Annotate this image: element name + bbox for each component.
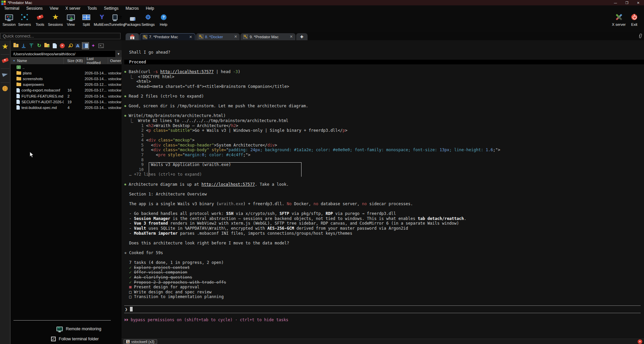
quick-connect-input[interactable] (0, 33, 121, 39)
send-plane-icon[interactable] (0, 72, 10, 76)
close-terminal-button[interactable]: ✕ (638, 339, 642, 344)
session-tab-label: vstockwell (x3) (131, 340, 154, 344)
file-row[interactable]: ↑.. (11, 64, 122, 70)
panel-toggle-icon[interactable] (82, 43, 89, 49)
file-name: config-export.mobaconf (21, 88, 60, 92)
new-tab-button[interactable]: ✚ (296, 33, 308, 40)
terminal-line: 7 tasks (4 done, 1 in progress, 2 open) (124, 260, 641, 265)
delete-icon[interactable]: ✕ (59, 43, 65, 49)
terminal-line: 1 <h2>Wraith Desktop — Architecture</h2> (124, 123, 641, 128)
file-browser-toolbar: ↑ ↓ ↑ ↻ + ✕ A ✦ >_ (11, 41, 122, 50)
terminal-pane[interactable]: Shall I go ahead? Proceed ⏺ Bash(curl -s… (122, 40, 644, 339)
globe-icon[interactable] (0, 86, 10, 91)
terminal-line (124, 64, 641, 69)
close-button[interactable]: ✕ (633, 0, 644, 5)
menu-settings[interactable]: Settings (104, 6, 119, 11)
toolbar-view-button[interactable]: View (63, 11, 79, 26)
upload-icon[interactable]: ↑ (28, 43, 35, 49)
tab-close-icon[interactable]: ✕ (234, 35, 237, 39)
file-row[interactable]: screenshots 2026-03-14... vstockw (11, 76, 122, 81)
tools-icon (35, 13, 45, 21)
terminal-line (124, 196, 641, 202)
toolbar-xserver-button[interactable]: X server (611, 11, 627, 26)
terminal-line: ⏺ Architecture diagram is up at http://l… (124, 182, 641, 187)
menu-view[interactable]: View (50, 6, 58, 11)
wand-icon[interactable]: ✦ (90, 43, 96, 49)
menu-terminal[interactable]: Terminal (4, 6, 19, 11)
home-tab[interactable] (126, 33, 139, 40)
column-header-modified[interactable]: Last modified (85, 57, 108, 64)
terminal-line: - Go backend handles all protocol work: … (124, 211, 641, 216)
file-row[interactable]: FUTURE-FEATURES.md 2 2026-03-14... vstoc… (11, 93, 122, 99)
toolbar-multiexec-button[interactable]: Y MultiExec (94, 11, 109, 26)
file-name: .. (22, 65, 25, 69)
bypass-permissions-status: ⏵⏵ bypass permissions on (shift+tab to c… (124, 318, 641, 322)
tab-7[interactable]: 7. *Predator Mac ✕ (140, 33, 195, 40)
terminal-line: 6 <div class="mockup-body" style="paddin… (124, 148, 641, 153)
file-owner: vstockw (108, 77, 122, 81)
prompt-input-box[interactable]: ❯ (124, 305, 641, 313)
toolbar-tools-button[interactable]: Tools (32, 11, 48, 26)
column-header-owner[interactable]: Owner (108, 57, 122, 64)
toolbar-sessions-button[interactable]: ★ Sessions (48, 11, 63, 26)
terminal-line: 10 (124, 167, 641, 172)
path-input[interactable] (11, 52, 116, 56)
tab-8[interactable]: 8. *Docker ✕ (196, 33, 240, 40)
menu-macros[interactable]: Macros (126, 6, 139, 11)
toolbar-settings-button[interactable]: Settings (140, 11, 156, 26)
menu-x-server[interactable]: X server (65, 6, 81, 11)
toolbar-exit-button[interactable]: Exit (627, 11, 642, 26)
column-header-size[interactable]: Size (KB) (64, 57, 85, 64)
file-row[interactable]: config-export.mobaconf 16 2026-03-17... … (11, 88, 122, 93)
toolbar-tunneling-button[interactable]: ⇄ Tunneling (109, 11, 125, 26)
file-icon (16, 88, 20, 93)
paperclip-icon[interactable] (638, 33, 643, 40)
terminal-line: <head><meta charset="utf-8"><title>Brain… (124, 84, 641, 89)
file-owner: vstockw (108, 94, 122, 98)
file-row[interactable]: superpowers 2026-03-12... vstockw (11, 82, 122, 88)
terminal-icon[interactable]: >_ (98, 43, 104, 49)
minimize-button[interactable]: — (610, 0, 621, 5)
follow-terminal-folder-label: Follow terminal folder (59, 337, 99, 341)
file-row[interactable]: test-buildout-spec.md 4 2026-03-14... vs… (11, 105, 122, 110)
window-title: *Predator Mac (8, 1, 32, 5)
menu-sessions[interactable]: Sessions (26, 6, 43, 11)
font-icon[interactable]: A (75, 43, 81, 49)
file-row[interactable]: plans 2026-03-14... vstockw (11, 70, 122, 76)
session-tab-button[interactable]: vstockwell (x3) (124, 339, 157, 344)
mobaxterm-window: *Predator Mac — ❐ ✕ TerminalSessionsView… (0, 0, 644, 344)
toolbar-session-button[interactable]: Session (1, 11, 17, 26)
file-row[interactable]: SECURITY-AUDIT-2026-03-1... 19 2026-03-1… (11, 99, 122, 105)
toolbar-servers-button[interactable]: Servers (17, 11, 32, 26)
follow-terminal-folder-checkbox[interactable]: ✓ Follow terminal folder (51, 337, 99, 341)
checkbox-checked-icon[interactable]: ✓ (51, 337, 56, 341)
key-icon[interactable] (67, 43, 73, 49)
terminal-line: The app is a single Wails v3 binary (wra… (124, 202, 641, 207)
folder-icon (16, 71, 21, 75)
column-header-name[interactable]: ▼Name (11, 57, 64, 64)
help-icon: ? (159, 13, 168, 21)
folder-up-icon[interactable]: ↑ (13, 43, 19, 49)
download-icon[interactable]: ↓ (20, 43, 27, 49)
favorites-star-icon[interactable]: ★ (0, 43, 10, 50)
tab-close-icon[interactable]: ✕ (290, 35, 293, 39)
terminal-line: Proceed (124, 60, 644, 65)
path-dropdown-button[interactable]: ▼ (116, 51, 121, 57)
toolbar-split-button[interactable]: Split (79, 11, 94, 26)
toolbar-help-button[interactable]: ? Help (156, 11, 171, 26)
menu-tools[interactable]: Tools (88, 6, 97, 11)
tab-close-icon[interactable]: ✕ (189, 35, 192, 39)
terminal-line: 7 <pre style="margin:0; color: #c4c4ff;"… (124, 153, 641, 158)
tab-9[interactable]: 9. *Predator Mac ✕ (240, 33, 295, 40)
new-folder-icon[interactable]: + (44, 43, 50, 49)
new-file-icon[interactable] (51, 43, 58, 49)
tools-knife-icon[interactable] (0, 59, 10, 62)
maximize-button[interactable]: ❐ (621, 0, 633, 5)
remote-monitoring-button[interactable]: Remote monitoring (56, 327, 101, 331)
terminal-line: ⏺ Read 2 files (ctrl+o to expand) (124, 94, 641, 99)
toolbar-packages-button[interactable]: ↓ Packages (125, 11, 140, 26)
menu-bar: TerminalSessionsViewX serverToolsSetting… (0, 5, 644, 11)
refresh-icon[interactable]: ↻ (36, 43, 42, 49)
menu-help[interactable]: Help (146, 6, 154, 11)
remote-monitoring-icon (56, 327, 63, 331)
